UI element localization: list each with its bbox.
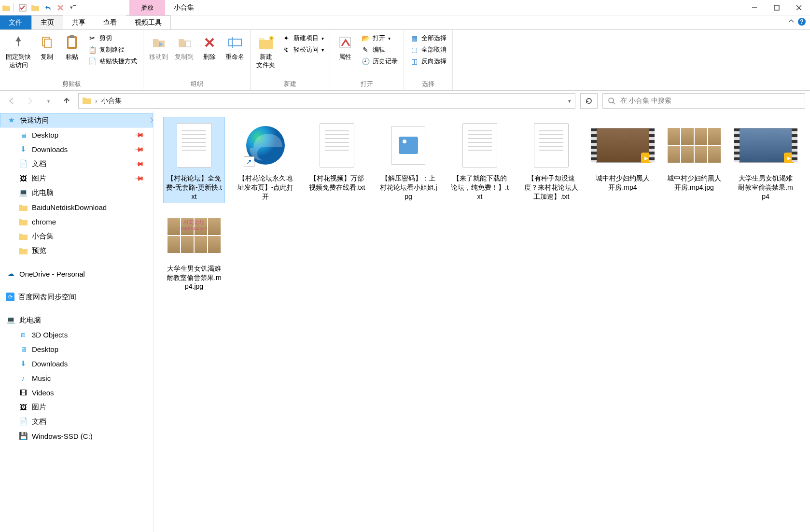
move-to-button[interactable]: 移动到 <box>146 32 171 63</box>
tab-view[interactable]: 查看 <box>95 15 126 29</box>
qat-dropdown-icon[interactable]: ▾▔ <box>67 2 79 14</box>
move-to-icon <box>150 34 168 51</box>
tree-desktop[interactable]: 🖥Desktop📌 <box>0 127 153 142</box>
paste-button[interactable]: 粘贴 <box>60 32 84 63</box>
tab-share[interactable]: 共享 <box>63 15 95 29</box>
3d-icon: ⧈ <box>18 330 28 339</box>
edit-button[interactable]: ✎编辑 <box>358 44 401 55</box>
recent-locations-button[interactable]: ▾ <box>42 94 55 108</box>
file-item[interactable]: ▶大学生男女饥渴难耐教室偷尝禁果.mp4 <box>735 117 796 203</box>
tree-xiaoheji[interactable]: 小合集 <box>0 229 153 243</box>
copy-path-icon: 📋 <box>88 45 97 54</box>
edit-icon: ✎ <box>361 45 370 54</box>
tree-pictures-2[interactable]: 🖼图片 <box>0 400 153 414</box>
qat-undo-icon[interactable] <box>42 2 54 14</box>
close-button[interactable] <box>788 0 810 15</box>
back-button[interactable] <box>5 94 18 108</box>
paste-shortcut-button[interactable]: 📄粘贴快捷方式 <box>85 56 140 67</box>
file-item[interactable]: 【村花视频】万部视频免费在线看.txt <box>306 117 368 203</box>
copy-button[interactable]: 复制 <box>35 32 59 63</box>
svg-rect-10 <box>229 39 241 46</box>
tree-quick-access[interactable]: ★ 快速访问 <box>0 113 153 127</box>
rename-button[interactable]: 重命名 <box>223 32 247 63</box>
navigation-bar: ▾ › 小合集 ▾ 在 小合集 中搜索 <box>0 91 810 111</box>
file-item[interactable]: ↗【村花论坛永久地址发布页】-点此打开 <box>235 117 296 203</box>
tree-windows-ssd[interactable]: 💾Windows-SSD (C:) <box>0 429 153 443</box>
contextual-tab-header: 播放 <box>129 0 165 15</box>
up-button[interactable] <box>60 94 73 108</box>
chevron-down-icon: ▾ <box>321 36 324 41</box>
tree-videos[interactable]: 🎞Videos <box>0 385 153 400</box>
tree-music[interactable]: ♪Music <box>0 371 153 385</box>
refresh-button[interactable] <box>580 93 598 109</box>
delete-button[interactable]: 删除 <box>197 32 222 63</box>
collapse-ribbon-icon[interactable] <box>788 18 795 25</box>
file-item[interactable]: 城中村少妇约黑人开房.mp4.jpg <box>663 117 725 203</box>
tab-file[interactable]: 文件 <box>0 15 31 29</box>
history-button[interactable]: 🕘历史记录 <box>358 56 401 67</box>
new-folder-button[interactable]: 新建 文件夹 <box>253 32 278 71</box>
file-item[interactable]: 【来了就能下载的论坛，纯免费！】.txt <box>449 117 511 203</box>
maximize-button[interactable] <box>766 0 788 15</box>
breadcrumb-current[interactable]: 小合集 <box>101 97 122 105</box>
tree-onedrive[interactable]: ☁OneDrive - Personal <box>0 266 153 281</box>
cut-button[interactable]: ✂剪切 <box>85 33 140 43</box>
folder-icon <box>18 246 28 255</box>
easy-access-button[interactable]: ↯轻松访问 ▾ <box>279 44 327 55</box>
folder-icon <box>18 217 28 226</box>
select-all-button[interactable]: ▦全部选择 <box>407 33 449 43</box>
open-button[interactable]: 📂打开 ▾ <box>358 33 401 43</box>
select-none-button[interactable]: ▢全部取消 <box>407 44 449 55</box>
tree-downloads-2[interactable]: ⬇Downloads <box>0 356 153 371</box>
app-folder-icon <box>2 3 11 12</box>
tree-3d-objects[interactable]: ⧈3D Objects <box>0 327 153 342</box>
address-dropdown-icon[interactable]: ▾ <box>568 98 571 104</box>
star-icon: ★ <box>6 115 16 125</box>
navigation-pane: ★ 快速访问 🖥Desktop📌 ⬇Downloads📌 📄文档📌 🖼图片📌 💻… <box>0 111 154 532</box>
properties-button[interactable]: 属性 <box>333 32 357 63</box>
search-placeholder: 在 小合集 中搜索 <box>620 97 671 105</box>
search-input[interactable]: 在 小合集 中搜索 <box>602 93 805 109</box>
file-item[interactable]: 【有种子却没速度？来村花论坛人工加速】.txt <box>520 117 582 203</box>
tree-baidu-sync[interactable]: ⟳百度网盘同步空间 <box>0 290 153 304</box>
file-name-label: 城中村少妇约黑人开房.mp4 <box>594 174 652 192</box>
file-name-label: 【解压密码】：上村花论坛看小姐姐.jpg <box>379 174 437 201</box>
file-item[interactable]: 村花论坛cunhua.win大学生男女饥渴难耐教室偷尝禁果.mp4.jpg <box>163 207 225 294</box>
qat-folder-icon[interactable] <box>29 2 41 14</box>
file-item[interactable]: 【村花论坛】全免费-无套路-更新快.txt <box>163 117 225 203</box>
pin-to-quick-access-button[interactable]: 固定到快 速访问 <box>3 32 34 71</box>
tree-preview[interactable]: 预览 <box>0 243 153 258</box>
breadcrumb-separator[interactable]: › <box>95 97 98 105</box>
ribbon: 固定到快 速访问 复制 粘贴 ✂剪切 📋复制路径 📄粘贴快捷方式 剪贴板 移动到 <box>0 30 810 91</box>
invert-selection-button[interactable]: ◫反向选择 <box>407 56 449 67</box>
file-name-label: 大学生男女饥渴难耐教室偷尝禁果.mp4.jpg <box>165 264 223 292</box>
pin-icon: 📌 <box>134 173 145 183</box>
file-view[interactable]: 【村花论坛】全免费-无套路-更新快.txt↗【村花论坛永久地址发布页】-点此打开… <box>154 111 810 532</box>
copy-to-button[interactable]: 复制到 <box>172 32 196 63</box>
new-item-button[interactable]: ✦新建项目 ▾ <box>279 33 327 43</box>
file-item[interactable]: 【解压密码】：上村花论坛看小姐姐.jpg <box>377 117 439 203</box>
tree-this-pc[interactable]: 💻此电脑 <box>0 313 153 327</box>
downloads-icon: ⬇ <box>18 144 28 154</box>
tree-desktop-2[interactable]: 🖥Desktop <box>0 342 153 356</box>
tree-pictures[interactable]: 🖼图片📌 <box>0 171 153 185</box>
tab-video-tools[interactable]: 视频工具 <box>126 15 171 29</box>
new-folder-icon <box>257 34 275 51</box>
forward-button[interactable] <box>23 94 37 108</box>
qat-checkbox-icon[interactable] <box>17 2 28 14</box>
tree-baidu-download[interactable]: BaiduNetdiskDownload <box>0 200 153 214</box>
file-item[interactable]: ▶城中村少妇约黑人开房.mp4 <box>592 117 654 203</box>
minimize-button[interactable] <box>743 0 766 15</box>
tree-chrome[interactable]: chrome <box>0 214 153 229</box>
qat-delete-icon[interactable] <box>55 2 66 14</box>
tree-this-pc-quick[interactable]: 💻此电脑 <box>0 185 153 200</box>
copy-path-button[interactable]: 📋复制路径 <box>85 44 140 55</box>
address-bar[interactable]: › 小合集 ▾ <box>78 93 575 109</box>
tree-documents-2[interactable]: 📄文档 <box>0 414 153 429</box>
select-all-icon: ▦ <box>410 34 419 42</box>
tree-downloads[interactable]: ⬇Downloads📌 <box>0 142 153 156</box>
splitter-icon[interactable] <box>150 113 153 127</box>
tab-home[interactable]: 主页 <box>31 15 63 29</box>
tree-documents[interactable]: 📄文档📌 <box>0 156 153 171</box>
help-icon[interactable]: ? <box>797 17 806 26</box>
